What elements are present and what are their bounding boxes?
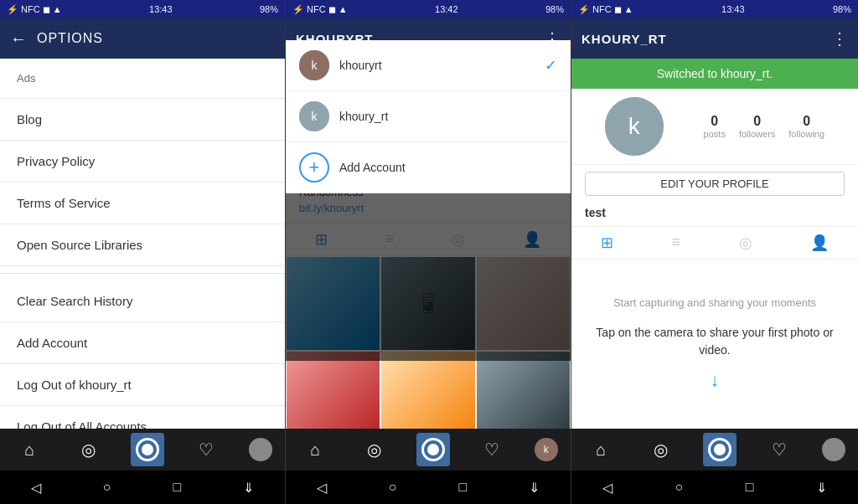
- android-home-2[interactable]: ○: [389, 480, 397, 495]
- back-icon[interactable]: ←: [10, 29, 27, 49]
- option-logout-all[interactable]: Log Out of All Accounts: [0, 406, 285, 429]
- photo-6[interactable]: [476, 351, 571, 429]
- nav-camera-3[interactable]: [703, 433, 737, 466]
- empty-msg-line2: Tap on the camera to share your first ph…: [588, 324, 841, 359]
- posts-label-3: posts: [704, 129, 726, 139]
- status-bar-1: ⚡ NFC ◼ ▲ 13:43 98%: [0, 0, 285, 18]
- android-back-3[interactable]: ◁: [602, 480, 612, 496]
- android-nav-3: ◁ ○ □ ⇓: [571, 471, 858, 504]
- add-account-label: Add Account: [339, 161, 557, 174]
- switched-banner: Switched to khoury_rt.: [571, 59, 858, 89]
- status-battery-2: 98%: [545, 4, 564, 14]
- android-down-1[interactable]: ⇓: [243, 480, 254, 496]
- display-name-3: test: [571, 203, 858, 226]
- options-top-bar: ← OPTIONS: [0, 18, 285, 59]
- stat-followers-3: 0 followers: [739, 114, 775, 139]
- tab-tagged-icon-3[interactable]: 👤: [810, 234, 829, 252]
- following-label-3: following: [788, 129, 824, 139]
- dropdown-dim: [286, 193, 571, 361]
- nav-search-3[interactable]: ◎: [644, 433, 677, 466]
- profile-stats-3: k 0 posts 0 followers 0 following: [571, 89, 858, 165]
- options-title: OPTIONS: [37, 31, 103, 46]
- bottom-nav-2: ⌂ ◎ ♡ k: [286, 429, 571, 471]
- nav-heart-2[interactable]: ♡: [475, 433, 509, 466]
- empty-profile-msg: Start capturing and sharing your moments…: [571, 260, 858, 429]
- android-home-3[interactable]: ○: [675, 480, 684, 495]
- option-clear-history[interactable]: Clear Search History: [0, 280, 285, 322]
- status-bar-3: ⚡ NFC ◼ ▲ 13:43 98%: [571, 0, 858, 18]
- nav-home-3[interactable]: ⌂: [584, 433, 618, 466]
- down-arrow-icon: ↓: [711, 366, 720, 393]
- dropdown-item-khouryrt[interactable]: k khouryrt ✓: [286, 40, 571, 91]
- dropdown-menu: k khouryrt ✓ k khoury_rt + Add Account: [286, 40, 571, 193]
- three-dots-3[interactable]: ⋮: [831, 28, 848, 49]
- option-privacy[interactable]: Privacy Policy: [0, 141, 285, 183]
- panel-instagram-profile: ⚡ NFC ◼ ▲ 13:42 98% KHOURYRT ⋮ k khouryr…: [286, 0, 571, 504]
- divider: [0, 273, 285, 274]
- status-icons-left: ⚡ NFC ◼ ▲: [7, 4, 62, 15]
- option-terms[interactable]: Terms of Service: [0, 183, 285, 224]
- avatar-khoury-rt: k: [299, 101, 329, 131]
- tab-grid-icon-3[interactable]: ⊞: [601, 234, 613, 252]
- account-name-khoury-rt: khoury_rt: [339, 110, 557, 123]
- bottom-nav-1: ⌂ ◎ ♡: [0, 429, 285, 471]
- android-back-1[interactable]: ◁: [31, 480, 41, 496]
- nav-profile-3[interactable]: [822, 438, 845, 461]
- status-time-2: 13:42: [435, 4, 458, 14]
- android-nav-1: ◁ ○ □ ⇓: [0, 471, 285, 504]
- following-num-3: 0: [788, 114, 824, 129]
- status-time-1: 13:43: [149, 4, 173, 14]
- tab-location-icon-3[interactable]: ◎: [739, 234, 752, 252]
- option-add-account[interactable]: Add Account: [0, 322, 285, 364]
- status-icons-2: ⚡ NFC ◼ ▲: [292, 4, 348, 15]
- option-blog[interactable]: Blog: [0, 99, 285, 141]
- nav-search-1[interactable]: ◎: [72, 433, 106, 466]
- dropdown-add-account[interactable]: + Add Account: [286, 142, 571, 193]
- nav-home-1[interactable]: ⌂: [13, 433, 46, 466]
- stat-posts-3: 0 posts: [704, 114, 726, 139]
- option-logout-khoury[interactable]: Log Out of khoury_rt: [0, 364, 285, 406]
- tab-list-icon-3[interactable]: ≡: [671, 234, 680, 252]
- android-recents-2[interactable]: □: [458, 480, 467, 495]
- add-circle-icon: +: [299, 152, 329, 183]
- nav-profile-1[interactable]: [249, 438, 272, 461]
- nav-profile-2[interactable]: k: [535, 438, 558, 461]
- nav-search-2[interactable]: ◎: [358, 433, 391, 466]
- nav-camera-1[interactable]: [131, 433, 164, 466]
- avatar-khouryrt: k: [299, 50, 329, 80]
- android-home-1[interactable]: ○: [103, 480, 111, 495]
- account-name-khouryrt: khouryrt: [339, 59, 535, 72]
- nav-heart-3[interactable]: ♡: [762, 433, 796, 466]
- option-opensource[interactable]: Open Source Libraries: [0, 224, 285, 266]
- empty-msg-line1: Start capturing and sharing your moments: [613, 295, 816, 311]
- android-back-2[interactable]: ◁: [317, 480, 327, 496]
- android-down-3[interactable]: ⇓: [816, 480, 827, 496]
- dropdown-item-khoury-rt[interactable]: k khoury_rt: [286, 91, 571, 142]
- status-time-3: 13:43: [721, 4, 745, 14]
- nav-home-2[interactable]: ⌂: [298, 433, 332, 466]
- android-recents-1[interactable]: □: [173, 480, 181, 495]
- options-list: Ads Blog Privacy Policy Terms of Service…: [0, 59, 285, 429]
- stat-following-3: 0 following: [788, 114, 824, 139]
- followers-num-3: 0: [739, 114, 775, 129]
- bottom-nav-3: ⌂ ◎ ♡: [571, 429, 858, 471]
- followers-label-3: followers: [739, 129, 775, 139]
- photo-5[interactable]: [380, 351, 475, 429]
- checkmark-icon: ✓: [545, 56, 557, 75]
- photo-4[interactable]: [286, 351, 380, 429]
- status-battery-1: 98%: [260, 4, 278, 14]
- stats-group-3: 0 posts 0 followers 0 following: [704, 97, 825, 156]
- android-down-2[interactable]: ⇓: [529, 480, 540, 496]
- account-dropdown: k khouryrt ✓ k khoury_rt + Add Account: [286, 40, 571, 361]
- posts-num-3: 0: [704, 114, 726, 129]
- nav-heart-1[interactable]: ♡: [189, 433, 223, 466]
- nav-camera-2[interactable]: [416, 433, 450, 466]
- android-nav-2: ◁ ○ □ ⇓: [286, 471, 571, 504]
- option-ads[interactable]: Ads: [0, 59, 285, 99]
- status-battery-3: 98%: [833, 4, 851, 14]
- panel-options: ⚡ NFC ◼ ▲ 13:43 98% ← OPTIONS Ads Blog P…: [0, 0, 286, 504]
- edit-profile-btn-3[interactable]: EDIT YOUR PROFILE: [585, 172, 845, 196]
- avatar-3: k: [605, 97, 664, 156]
- android-recents-3[interactable]: □: [746, 480, 754, 495]
- ig-username-3: KHOURY_RT: [581, 32, 667, 46]
